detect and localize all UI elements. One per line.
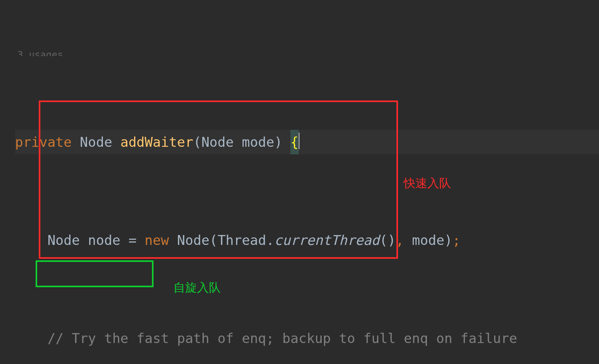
method-name: addWaiter [120, 134, 193, 150]
paren-close: ) [444, 232, 452, 248]
text-caret [299, 133, 300, 149]
keyword-private: private [15, 134, 72, 150]
var: node [88, 232, 120, 248]
paren-open: ( [193, 134, 201, 150]
annotation-label-green: 自旋入队 [173, 275, 221, 300]
ctor: Node [177, 232, 210, 248]
keyword-new: new [145, 232, 169, 248]
op-eq: = [129, 232, 136, 248]
arg: mode [412, 232, 444, 248]
annotation-box-green [36, 260, 154, 287]
annotation-label-red: 快速入队 [404, 171, 451, 195]
class-ref: Thread [218, 232, 266, 248]
static-method: currentThread [274, 232, 379, 248]
param-name: mode [242, 134, 274, 150]
return-type: Node [80, 134, 112, 150]
code-editor[interactable]: 3 usages private Node addWaiter(Node mod… [0, 0, 599, 364]
semicolon: ; [453, 232, 461, 248]
comment: // Try the fast path of enq; backup to f… [47, 330, 517, 346]
matched-brace-open: { [290, 130, 298, 154]
comma: , [396, 232, 412, 248]
paren-open: ( [209, 232, 217, 248]
param-type: Node [201, 134, 234, 150]
type: Node [47, 232, 80, 248]
paren-close: ) [274, 134, 282, 150]
dot: . [266, 232, 274, 248]
usages-hint: 3 usages [15, 49, 599, 56]
code-line-signature: private Node addWaiter(Node mode) { [15, 130, 599, 154]
code-line: Node node = new Node(Thread.currentThrea… [15, 228, 599, 252]
parens: () [379, 232, 396, 248]
code-line-comment: // Try the fast path of enq; backup to f… [15, 326, 599, 351]
